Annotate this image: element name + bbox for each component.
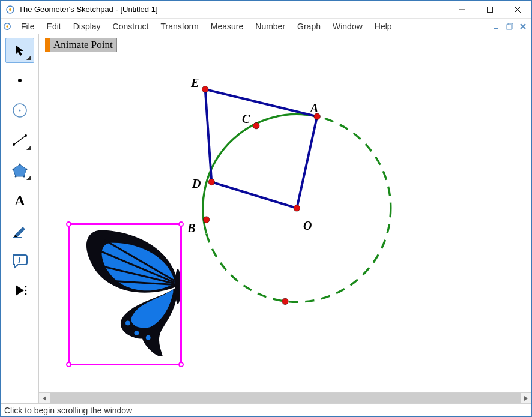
mdi-close-button[interactable] bbox=[518, 22, 528, 31]
svg-point-7 bbox=[6, 25, 8, 28]
svg-point-31 bbox=[25, 293, 26, 295]
flyout-indicator-icon bbox=[26, 175, 31, 180]
marker-tool[interactable] bbox=[5, 218, 34, 243]
svg-point-30 bbox=[25, 290, 26, 292]
close-button[interactable] bbox=[504, 1, 531, 19]
hscroll-thumb[interactable] bbox=[50, 393, 521, 403]
menu-window[interactable]: Window bbox=[327, 20, 369, 33]
svg-point-39 bbox=[202, 86, 208, 92]
titlebar: The Geometer's Sketchpad - [Untitled 1] bbox=[1, 1, 531, 19]
svg-rect-10 bbox=[507, 25, 512, 29]
svg-point-44 bbox=[294, 205, 300, 211]
label-a[interactable]: A bbox=[310, 101, 318, 115]
info-icon: i bbox=[11, 251, 29, 269]
point-tool[interactable] bbox=[5, 68, 34, 93]
menu-measure[interactable]: Measure bbox=[205, 20, 249, 33]
straightedge-tool[interactable] bbox=[5, 128, 34, 153]
main-area: A i bbox=[1, 34, 531, 403]
window-title: The Geometer's Sketchpad - [Untitled 1] bbox=[19, 5, 449, 14]
flyout-indicator-icon bbox=[26, 145, 31, 150]
svg-line-16 bbox=[14, 136, 26, 145]
label-c[interactable]: C bbox=[242, 112, 250, 126]
svg-rect-3 bbox=[488, 7, 493, 12]
text-icon: A bbox=[11, 191, 29, 209]
svg-point-23 bbox=[14, 176, 16, 178]
canvas-container: Animate Point bbox=[39, 34, 531, 403]
menubar: File Edit Display Construct Transform Me… bbox=[1, 19, 531, 34]
scroll-left-icon[interactable] bbox=[39, 393, 50, 403]
svg-point-15 bbox=[19, 110, 20, 112]
svg-point-43 bbox=[203, 217, 210, 223]
scroll-right-icon[interactable] bbox=[521, 393, 531, 403]
svg-point-13 bbox=[18, 79, 22, 82]
svg-point-51 bbox=[134, 331, 139, 335]
arrow-icon bbox=[12, 43, 28, 58]
label-o[interactable]: O bbox=[303, 219, 312, 233]
horizontal-scrollbar[interactable] bbox=[39, 392, 531, 403]
window-controls bbox=[449, 1, 531, 19]
svg-point-52 bbox=[146, 335, 151, 340]
svg-point-24 bbox=[12, 169, 14, 170]
image-selection-box[interactable] bbox=[68, 223, 182, 365]
play-icon bbox=[11, 281, 29, 299]
svg-point-22 bbox=[23, 176, 25, 178]
status-text: Click to begin scrolling the window bbox=[4, 406, 132, 415]
menu-construct[interactable]: Construct bbox=[107, 20, 155, 33]
svg-line-36 bbox=[205, 89, 212, 182]
svg-text:i: i bbox=[17, 256, 20, 265]
svg-point-20 bbox=[19, 164, 20, 166]
sketch-canvas[interactable]: Animate Point bbox=[39, 34, 531, 392]
document-icon bbox=[3, 22, 11, 31]
svg-point-45 bbox=[282, 298, 289, 305]
mdi-minimize-button[interactable] bbox=[492, 22, 501, 31]
svg-line-38 bbox=[297, 116, 317, 208]
menu-graph[interactable]: Graph bbox=[291, 20, 327, 33]
svg-point-17 bbox=[13, 143, 15, 146]
svg-marker-55 bbox=[524, 396, 528, 401]
label-b[interactable]: B bbox=[187, 221, 195, 235]
marker-icon bbox=[11, 221, 29, 239]
svg-text:A: A bbox=[14, 193, 25, 208]
svg-line-37 bbox=[211, 182, 297, 208]
menu-file[interactable]: File bbox=[15, 20, 41, 33]
custom-tool[interactable] bbox=[5, 278, 34, 303]
svg-line-35 bbox=[205, 89, 317, 116]
svg-point-50 bbox=[125, 321, 130, 326]
maximize-button[interactable] bbox=[476, 1, 504, 19]
label-d[interactable]: D bbox=[192, 177, 201, 191]
svg-point-42 bbox=[208, 179, 215, 185]
svg-point-29 bbox=[25, 286, 26, 288]
hscroll-track[interactable] bbox=[50, 393, 521, 403]
mdi-restore-button[interactable] bbox=[505, 22, 515, 31]
menu-edit[interactable]: Edit bbox=[41, 20, 67, 33]
svg-point-1 bbox=[9, 8, 11, 11]
compass-icon bbox=[11, 101, 29, 119]
statusbar: Click to begin scrolling the window bbox=[1, 403, 531, 416]
svg-marker-19 bbox=[13, 164, 26, 176]
polygon-tool[interactable] bbox=[5, 158, 34, 183]
svg-point-41 bbox=[253, 122, 259, 129]
butterfly-image bbox=[70, 225, 180, 364]
svg-marker-54 bbox=[43, 396, 46, 401]
minimize-button[interactable] bbox=[449, 1, 476, 19]
menu-number[interactable]: Number bbox=[249, 20, 291, 33]
compass-tool[interactable] bbox=[5, 98, 34, 123]
app-icon bbox=[5, 5, 15, 14]
svg-point-21 bbox=[25, 169, 27, 170]
menu-help[interactable]: Help bbox=[369, 20, 398, 33]
arrow-tool[interactable] bbox=[5, 38, 34, 63]
menu-display[interactable]: Display bbox=[67, 20, 107, 33]
flyout-indicator-icon bbox=[26, 55, 31, 60]
label-e[interactable]: E bbox=[191, 76, 199, 90]
toolbox: A i bbox=[1, 34, 39, 403]
mdi-controls bbox=[492, 22, 531, 31]
svg-marker-28 bbox=[16, 285, 24, 296]
text-tool[interactable]: A bbox=[5, 188, 34, 213]
menu-transform[interactable]: Transform bbox=[155, 20, 205, 33]
svg-point-18 bbox=[25, 134, 27, 137]
info-tool[interactable]: i bbox=[5, 248, 34, 273]
point-icon bbox=[12, 73, 28, 88]
